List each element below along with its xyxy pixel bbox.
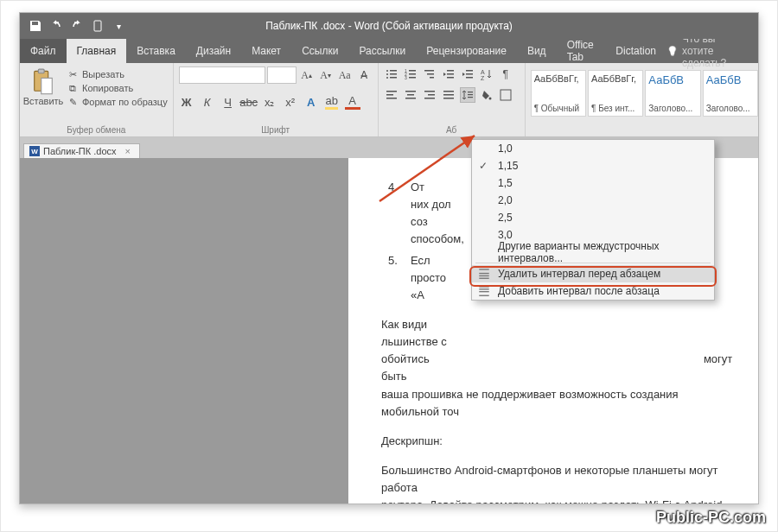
group-paragraph: 123 AZ ¶ Аб <box>379 63 526 136</box>
format-painter-button[interactable]: ✎Формат по образцу <box>67 96 168 108</box>
highlight-button[interactable]: ab <box>324 94 340 110</box>
align-center-button[interactable] <box>403 87 418 103</box>
doc-text: От <box>411 180 424 193</box>
svg-rect-15 <box>409 77 416 79</box>
font-size-combo[interactable] <box>267 66 297 84</box>
svg-text:A: A <box>481 69 485 75</box>
tab-home[interactable]: Главная <box>67 39 127 63</box>
clear-format-button[interactable]: A̶ <box>355 66 373 84</box>
svg-rect-16 <box>424 70 434 72</box>
svg-rect-40 <box>468 94 473 95</box>
grow-font-button[interactable]: A▴ <box>298 66 316 84</box>
svg-rect-19 <box>447 70 454 72</box>
change-case-button[interactable]: Aa <box>336 66 354 84</box>
cut-button[interactable]: ✂Вырезать <box>67 68 168 80</box>
line-spacing-button[interactable] <box>460 87 475 103</box>
group-styles: АаБбВвГг, ¶ Обычный АаБбВвГг, ¶ Без инт.… <box>526 63 758 136</box>
bold-button[interactable]: Ж <box>179 94 194 110</box>
clipboard-title: Буфер обмена <box>25 124 168 136</box>
spacing-1.15[interactable]: 1,15 <box>472 157 714 174</box>
svg-rect-39 <box>468 92 473 92</box>
outdent-button[interactable] <box>441 66 456 82</box>
svg-rect-23 <box>466 73 473 75</box>
remove-space-before[interactable]: Удалить интервал перед абзацем <box>472 265 714 282</box>
svg-text:Z: Z <box>481 75 485 80</box>
tab-view[interactable]: Вид <box>517 39 557 63</box>
copy-button[interactable]: ⧉Копировать <box>67 82 168 94</box>
svg-rect-41 <box>468 97 473 98</box>
text-effects-button[interactable]: A <box>303 94 319 110</box>
italic-button[interactable]: К <box>200 94 215 110</box>
style-normal[interactable]: АаБбВвГг, ¶ Обычный <box>531 70 586 117</box>
close-tab-icon[interactable]: × <box>125 146 131 156</box>
svg-rect-21 <box>447 77 454 79</box>
show-marks-button[interactable]: ¶ <box>498 66 513 82</box>
svg-rect-5 <box>390 70 397 72</box>
tab-design[interactable]: Дизайн <box>186 39 241 63</box>
redo-icon[interactable] <box>70 19 84 33</box>
multilevel-button[interactable] <box>422 66 437 82</box>
doc-text: могут быть <box>381 352 732 383</box>
document-tab[interactable]: W Паблик-ПК .docx × <box>23 143 140 158</box>
font-name-combo[interactable] <box>179 66 265 84</box>
style-no-spacing[interactable]: АаБбВвГг, ¶ Без инт... <box>588 70 643 117</box>
spacing-2.5[interactable]: 2,5 <box>472 209 714 226</box>
tab-file[interactable]: Файл <box>20 39 67 63</box>
tell-me-search[interactable]: Что вы хотите сделать? <box>666 39 758 63</box>
align-left-button[interactable] <box>384 87 399 103</box>
spacing-1.5[interactable]: 1,5 <box>472 174 714 192</box>
spacing-options[interactable]: Другие варианты междустрочных интервалов… <box>472 244 714 261</box>
strike-button[interactable]: abc <box>241 94 257 110</box>
svg-rect-13 <box>409 73 416 75</box>
doc-text: льшинстве с <box>381 335 447 348</box>
tab-insert[interactable]: Вставка <box>126 39 186 63</box>
qat-more-icon[interactable]: ▾ <box>112 19 125 33</box>
subscript-button[interactable]: x₂ <box>262 94 277 110</box>
align-right-button[interactable] <box>422 87 437 103</box>
doc-text: Большинство Android-смартфонов и некотор… <box>381 464 717 494</box>
bullets-button[interactable] <box>384 66 399 82</box>
title-bar: ▾ Паблик-ПК .docx - Word (Сбой активации… <box>20 13 758 39</box>
undo-icon[interactable] <box>49 19 63 33</box>
indent-button[interactable] <box>460 66 475 82</box>
svg-rect-30 <box>405 91 416 92</box>
style-heading2[interactable]: АаБбВ Заголово... <box>703 70 758 117</box>
tab-officetab[interactable]: Office Tab <box>557 39 606 63</box>
touch-mode-icon[interactable] <box>91 19 105 33</box>
shading-button[interactable] <box>479 87 494 103</box>
add-after-icon <box>477 284 491 298</box>
add-space-after[interactable]: Добавить интервал после абзаца <box>472 282 714 300</box>
svg-rect-50 <box>479 291 488 292</box>
style-heading1[interactable]: АаБбВ Заголово... <box>645 70 700 117</box>
font-color-button[interactable]: A <box>345 94 360 110</box>
svg-rect-51 <box>479 295 488 296</box>
doc-text: Есл <box>411 254 430 267</box>
save-icon[interactable] <box>29 19 42 33</box>
shrink-font-button[interactable]: A▾ <box>317 66 335 84</box>
justify-button[interactable] <box>441 87 456 103</box>
underline-button[interactable]: Ч <box>220 94 236 110</box>
svg-point-8 <box>386 77 388 79</box>
tab-review[interactable]: Рецензирование <box>416 39 517 63</box>
remove-before-icon <box>477 267 491 281</box>
svg-rect-17 <box>427 73 434 75</box>
paragraph-title: Аб <box>384 124 520 136</box>
svg-rect-47 <box>479 278 488 279</box>
numbering-button[interactable]: 123 <box>403 66 418 82</box>
doc-text: соз <box>411 215 428 228</box>
tab-mailings[interactable]: Рассылки <box>348 39 416 63</box>
spacing-2.0[interactable]: 2,0 <box>472 192 714 209</box>
tab-references[interactable]: Ссылки <box>291 39 348 63</box>
tab-layout[interactable]: Макет <box>241 39 291 63</box>
svg-point-4 <box>386 70 388 72</box>
tab-dictation[interactable]: Dictation <box>605 39 666 63</box>
doc-text: Дескрипшн: <box>381 433 734 450</box>
spacing-1.0[interactable]: 1,0 <box>472 140 714 157</box>
svg-rect-45 <box>479 273 488 274</box>
superscript-button[interactable]: x² <box>283 94 298 110</box>
copy-icon: ⧉ <box>67 82 79 94</box>
paste-button[interactable]: Вставить <box>25 66 61 106</box>
sort-button[interactable]: AZ <box>479 66 494 82</box>
borders-button[interactable] <box>498 87 513 103</box>
svg-rect-35 <box>424 98 435 99</box>
